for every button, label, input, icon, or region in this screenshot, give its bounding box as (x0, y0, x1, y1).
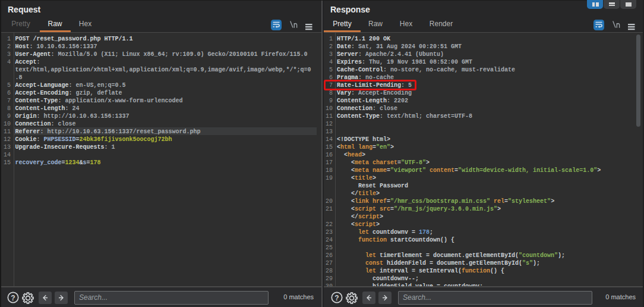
svg-text:?: ? (11, 294, 15, 302)
svg-text:?: ? (334, 294, 339, 302)
